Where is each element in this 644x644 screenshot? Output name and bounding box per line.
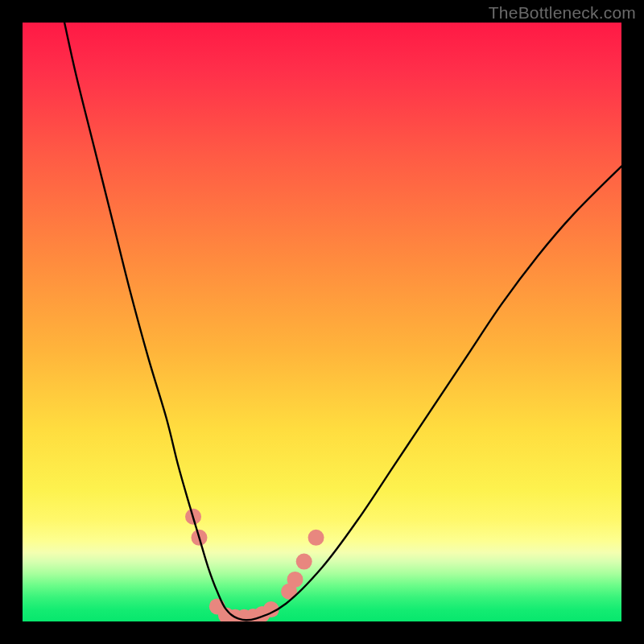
plot-area	[23, 23, 621, 621]
chart-frame: TheBottleneck.com	[0, 0, 644, 644]
highlight-marker	[296, 554, 312, 570]
curve-layer	[23, 23, 621, 621]
watermark-text: TheBottleneck.com	[489, 3, 636, 23]
highlight-marker	[308, 530, 324, 546]
highlight-marker	[287, 572, 303, 588]
bottleneck-curve	[64, 23, 621, 620]
marker-group	[185, 509, 324, 621]
